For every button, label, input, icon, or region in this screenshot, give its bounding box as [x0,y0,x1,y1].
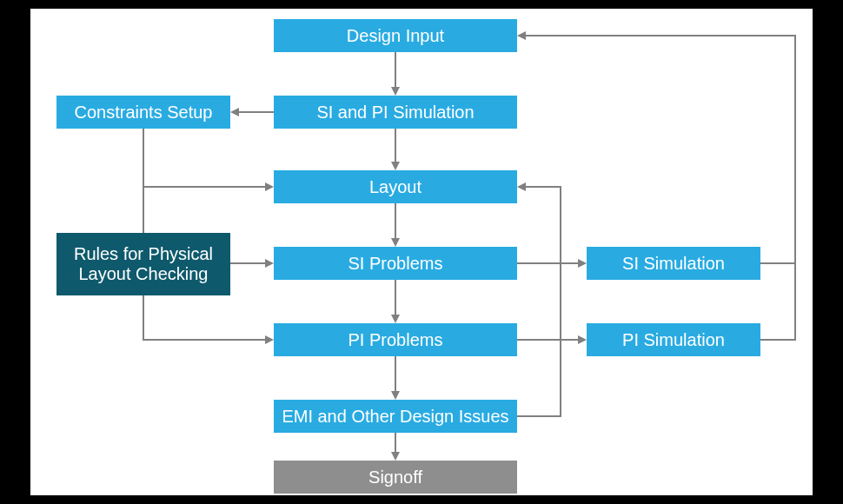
label-si-pi-simulation: SI and PI Simulation [316,103,474,123]
box-si-problems: SI Problems [274,247,517,280]
label-pi-simulation: PI Simulation [622,330,725,350]
box-si-simulation: SI Simulation [587,247,760,280]
arrow-rules-to-piproblems [143,295,272,340]
label-emi-other-issues: EMI and Other Design Issues [282,407,508,427]
arrow-emi-to-layout [517,187,561,416]
box-emi-other-issues: EMI and Other Design Issues [274,400,517,433]
label-design-input: Design Input [347,26,444,46]
box-signoff: Signoff [274,461,517,494]
arrow-pisim-to-bus [760,263,795,340]
label-pi-problems: PI Problems [348,330,443,350]
label-constraints-setup: Constraints Setup [75,103,213,123]
label-rules-physical: Rules for Physical Layout Checking [74,244,213,284]
box-pi-problems: PI Problems [274,323,517,356]
box-layout: Layout [274,170,517,203]
label-signoff: Signoff [368,468,422,487]
box-rules-physical-layout-checking: Rules for Physical Layout Checking [56,233,230,295]
label-si-simulation: SI Simulation [622,254,725,274]
arrow-sisim-to-designinput [519,36,795,263]
label-layout: Layout [369,177,422,197]
box-constraints-setup: Constraints Setup [56,96,230,129]
box-si-pi-simulation: SI and PI Simulation [274,96,517,129]
label-si-problems: SI Problems [348,254,443,274]
diagram-frame: Design Input SI and PI Simulation Constr… [30,9,813,495]
box-pi-simulation: PI Simulation [587,323,760,356]
box-design-input: Design Input [274,19,517,52]
arrow-constraints-to-layout [143,129,272,187]
